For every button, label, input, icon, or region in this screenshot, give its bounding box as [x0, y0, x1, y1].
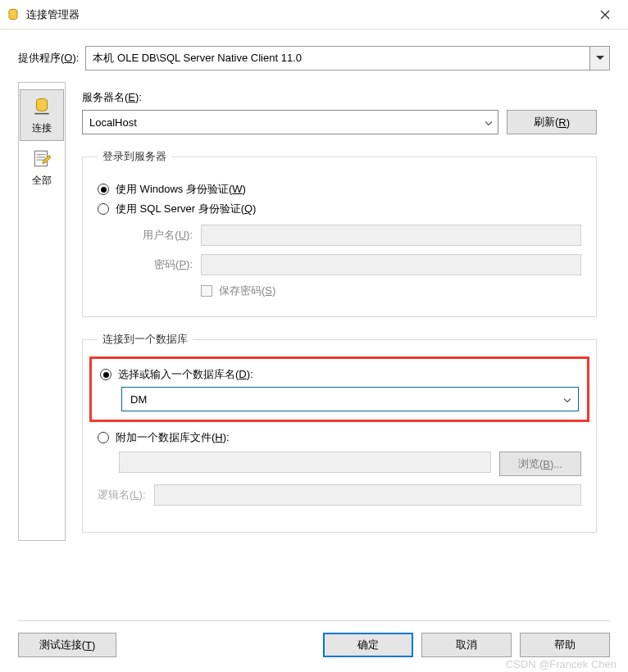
radio-icon [98, 432, 109, 443]
titlebar: 连接管理器 [0, 0, 628, 30]
radio-icon [100, 369, 111, 380]
provider-value: 本机 OLE DB\SQL Server Native Client 11.0 [93, 51, 302, 66]
password-label: 密码(P): [119, 257, 193, 272]
chevron-down-icon [563, 393, 571, 406]
provider-label: 提供程序(O): [18, 51, 79, 66]
auth-windows-label: 使用 Windows 身份验证(W) [116, 182, 246, 197]
footer: 测试连接(T) 确定 取消 帮助 [18, 633, 610, 657]
chevron-down-icon [589, 47, 609, 70]
watermark: CSDN @Francek Chen [506, 658, 617, 670]
close-button[interactable] [589, 0, 621, 30]
window-title: 连接管理器 [26, 7, 589, 22]
server-name-value: LocalHost [89, 116, 137, 129]
db-attach-radio[interactable]: 附加一个数据库文件(H): [98, 430, 581, 445]
sidebar-tab-all-label: 全部 [32, 174, 52, 188]
db-attach-label: 附加一个数据库文件(H): [116, 430, 230, 445]
ok-button[interactable]: 确定 [323, 633, 413, 657]
divider [18, 620, 610, 621]
username-label: 用户名(U): [119, 228, 193, 243]
checkbox-icon [201, 285, 212, 297]
logical-name-input [154, 484, 581, 506]
save-password-checkbox: 保存密码(S) [201, 284, 581, 298]
content: 服务器名(E): LocalHost 刷新(R) 登录到服务器 使用 Windo… [66, 82, 610, 541]
attach-file-input [119, 452, 491, 473]
server-name-combo[interactable]: LocalHost [82, 110, 498, 134]
sidebar-tab-connection[interactable]: 连接 [20, 89, 64, 141]
server-label: 服务器名(E): [82, 90, 597, 105]
sheet-pencil-icon [30, 148, 53, 170]
sidebar-tab-all[interactable]: 全部 [20, 143, 64, 193]
provider-select[interactable]: 本机 OLE DB\SQL Server Native Client 11.0 [85, 46, 610, 70]
login-legend: 登录到服务器 [98, 149, 171, 164]
highlight-box: 选择或输入一个数据库名(D): DM [89, 356, 589, 422]
auth-sql-radio[interactable]: 使用 SQL Server 身份验证(Q) [98, 202, 581, 216]
save-password-label: 保存密码(S) [219, 284, 275, 298]
auth-sql-label: 使用 SQL Server 身份验证(Q) [116, 202, 256, 216]
database-name-combo[interactable]: DM [121, 387, 579, 411]
db-select-radio[interactable]: 选择或输入一个数据库名(D): [100, 367, 579, 382]
logical-name-label: 逻辑名(L): [98, 488, 146, 502]
sidebar-tab-connection-label: 连接 [32, 121, 52, 135]
username-input [201, 225, 581, 246]
db-connection-icon [30, 95, 53, 118]
database-name-value: DM [130, 393, 147, 406]
cancel-button[interactable]: 取消 [421, 633, 512, 657]
close-icon [600, 10, 610, 20]
main: 连接 全部 服务器名(E): LocalHost 刷新(R) 登录到服务器 使用… [0, 82, 628, 557]
test-connection-button[interactable]: 测试连接(T) [18, 633, 116, 657]
sidebar: 连接 全部 [18, 82, 66, 541]
auth-windows-radio[interactable]: 使用 Windows 身份验证(W) [98, 182, 581, 197]
chevron-down-icon [485, 116, 493, 129]
database-fieldset: 连接到一个数据库 选择或输入一个数据库名(D): DM 附加一个数据库文件(H)… [82, 332, 597, 533]
help-button[interactable]: 帮助 [520, 633, 610, 657]
provider-row: 提供程序(O): 本机 OLE DB\SQL Server Native Cli… [0, 30, 628, 82]
radio-icon [98, 184, 109, 195]
db-select-label: 选择或输入一个数据库名(D): [118, 367, 253, 382]
browse-button: 浏览(B)... [499, 452, 581, 476]
db-icon [7, 8, 20, 21]
refresh-button[interactable]: 刷新(R) [507, 110, 597, 134]
database-legend: 连接到一个数据库 [98, 332, 193, 347]
radio-icon [98, 203, 109, 215]
password-input [201, 254, 581, 275]
login-fieldset: 登录到服务器 使用 Windows 身份验证(W) 使用 SQL Server … [82, 149, 597, 317]
